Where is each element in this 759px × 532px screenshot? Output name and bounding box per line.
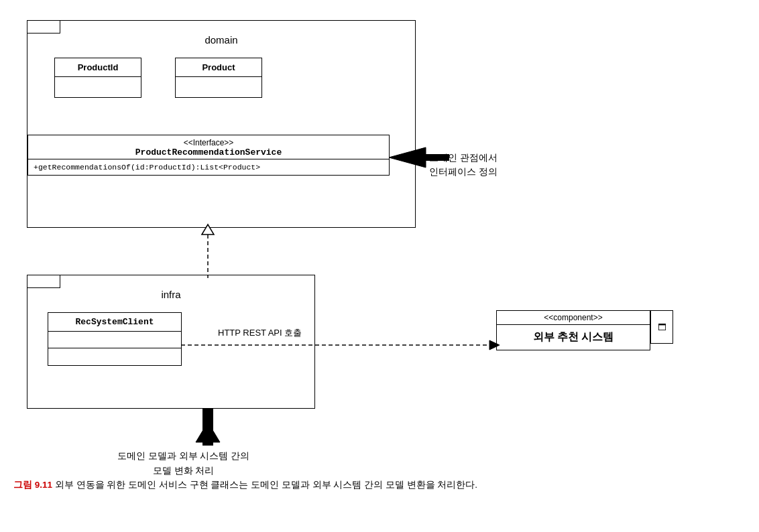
diagram-container: domain ProductId Product <<Interface>> P…	[13, 13, 751, 496]
ext-name: 외부 추천 시스템	[497, 325, 650, 350]
productid-body	[55, 77, 141, 97]
infra-tab	[27, 275, 60, 288]
component-symbol: 🗖	[658, 322, 666, 332]
productid-label: ProductId	[55, 58, 141, 77]
caption: 그림 9.11 외부 연동을 위한 도메인 서비스 구현 클래스는 도메인 모델…	[13, 478, 751, 492]
bottom-arrow-label: 도메인 모델과 외부 시스템 간의 모델 변화 처리	[117, 449, 249, 478]
interface-method: +getRecommendationsOf(id:ProductId):List…	[28, 159, 389, 175]
interface-definition-label: 도메인 관점에서 인터페이스 정의	[429, 151, 498, 179]
ext-stereotype: <<component>>	[497, 311, 650, 325]
domain-label: domain	[27, 34, 415, 46]
interface-classname: ProductRecommendationService	[34, 147, 384, 157]
svg-marker-6	[196, 422, 220, 442]
ext-component-box: <<component>> 외부 추천 시스템	[496, 310, 650, 350]
rec-system-client-box: RecSystemClient	[48, 312, 182, 366]
rec-body2	[48, 348, 181, 365]
domain-tab	[27, 20, 60, 34]
svg-rect-7	[202, 409, 213, 446]
http-label: HTTP REST API 호출	[218, 327, 302, 339]
domain-box: domain ProductId Product <<Interface>> P…	[27, 20, 416, 228]
infra-box: infra RecSystemClient	[27, 275, 315, 409]
caption-text: 외부 연동을 위한 도메인 서비스 구현 클래스는 도메인 모델과 외부 시스템…	[52, 480, 477, 490]
rec-classname: RecSystemClient	[48, 313, 181, 332]
interface-stereotype: <<Interface>>	[34, 138, 384, 147]
interface-header: <<Interface>> ProductRecommendationServi…	[28, 135, 389, 159]
arrow-right-line2: 인터페이스 정의	[429, 165, 498, 179]
arrow-right-line1: 도메인 관점에서	[429, 151, 498, 165]
product-box: Product	[175, 58, 262, 98]
ext-component-icon: 🗖	[650, 310, 673, 344]
caption-bold: 그림 9.11	[13, 480, 52, 490]
interface-box: <<Interface>> ProductRecommendationServi…	[27, 135, 390, 176]
infra-label: infra	[27, 289, 314, 300]
bottom-line2: 모델 변화 처리	[117, 464, 249, 478]
product-label: Product	[176, 58, 261, 77]
bottom-line1: 도메인 모델과 외부 시스템 간의	[117, 449, 249, 464]
product-body	[176, 77, 261, 97]
productid-box: ProductId	[54, 58, 141, 98]
rec-body1	[48, 332, 181, 348]
